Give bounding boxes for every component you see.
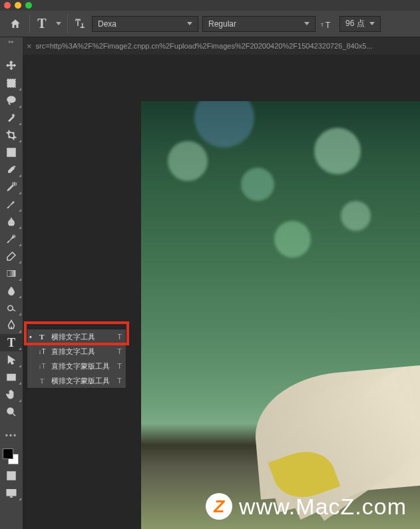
type-tool-icon[interactable]: T — [34, 16, 50, 32]
flyout-shortcut: T — [117, 333, 122, 341]
chevron-down-icon — [187, 22, 192, 25]
canvas-area — [23, 55, 420, 529]
vertical-type-icon: ↓T — [37, 348, 47, 355]
svg-rect-9 — [7, 375, 15, 381]
photo-content — [141, 101, 420, 529]
watermark-badge: Z — [206, 493, 232, 520]
chevron-down-icon — [304, 22, 310, 25]
quick-mask-button[interactable] — [0, 467, 23, 484]
window-titlebar — [0, 0, 420, 11]
maximize-window-button[interactable] — [25, 2, 32, 9]
svg-text:T: T — [325, 20, 331, 29]
chevron-down-icon — [369, 22, 375, 25]
flyout-shortcut: T — [117, 362, 122, 370]
svg-point-8 — [8, 305, 13, 311]
type-tool[interactable]: T — [0, 334, 23, 351]
watermark: Z www.MacZ.com — [206, 493, 407, 520]
flyout-label: 横排文字工具 — [51, 332, 113, 342]
flyout-label: 直排文字工具 — [51, 347, 113, 357]
screen-mode-button[interactable] — [0, 484, 23, 502]
flyout-shortcut: T — [117, 377, 122, 385]
type-tool-flyout: T 横排文字工具 T ↓T 直排文字工具 T ↓T 直排文字蒙版工具 T T 横… — [27, 329, 126, 389]
document-canvas[interactable] — [141, 101, 420, 529]
foreground-color-swatch[interactable] — [3, 448, 13, 459]
svg-text:T: T — [321, 23, 323, 27]
vertical-type-tool-item[interactable]: ↓T 直排文字工具 T — [27, 344, 126, 359]
edit-toolbar-button[interactable]: ••• — [0, 427, 23, 444]
font-style-value: Regular — [208, 19, 236, 29]
font-style-select[interactable]: Regular — [202, 16, 315, 32]
tools-panel: ▸▸ — [0, 37, 23, 529]
history-brush-tool[interactable] — [0, 230, 23, 248]
svg-point-10 — [7, 408, 13, 414]
eyedropper-tool[interactable] — [0, 161, 23, 178]
options-bar: T Dexa Regular TT 96 点 — [0, 11, 420, 37]
svg-rect-2 — [7, 79, 15, 87]
text-orientation-button[interactable] — [72, 16, 88, 32]
font-size-icon: TT — [319, 16, 335, 32]
frame-tool[interactable] — [0, 144, 23, 161]
brush-tool[interactable] — [0, 196, 23, 213]
zoom-tool[interactable] — [0, 403, 23, 421]
flyout-shortcut: T — [117, 347, 122, 355]
divider — [67, 15, 68, 33]
blur-tool[interactable] — [0, 282, 23, 299]
marquee-tool[interactable] — [0, 75, 23, 92]
close-tab-icon[interactable]: × — [27, 41, 32, 51]
font-family-value: Dexa — [98, 19, 116, 29]
panel-handle-icon[interactable]: ▸▸ — [9, 39, 14, 45]
close-window-button[interactable] — [4, 2, 11, 9]
vertical-type-mask-icon: ↓T — [37, 363, 47, 370]
tab-title: src=http%3A%2F%2Fimage2.cnpp.cn%2Fupload… — [36, 42, 373, 50]
clone-stamp-tool[interactable] — [0, 213, 23, 230]
svg-rect-13 — [7, 490, 16, 496]
flyout-label: 直排文字蒙版工具 — [51, 361, 113, 371]
svg-point-3 — [7, 96, 15, 102]
font-family-select[interactable]: Dexa — [92, 16, 198, 32]
divider — [29, 15, 30, 33]
document-tab-bar: × src=http%3A%2F%2Fimage2.cnpp.cn%2Fuplo… — [0, 37, 420, 55]
dodge-tool[interactable] — [0, 299, 23, 317]
hand-tool[interactable] — [0, 386, 23, 403]
path-selection-tool[interactable] — [0, 351, 23, 369]
font-size-value: 96 点 — [345, 18, 365, 29]
lasso-tool[interactable] — [0, 92, 23, 109]
move-tool[interactable] — [0, 57, 23, 75]
eraser-tool[interactable] — [0, 248, 23, 265]
gradient-tool[interactable] — [0, 265, 23, 282]
svg-rect-7 — [7, 271, 15, 277]
horizontal-type-mask-icon: T — [37, 377, 47, 385]
document-tab[interactable]: × src=http%3A%2F%2Fimage2.cnpp.cn%2Fuplo… — [27, 41, 373, 51]
font-size-select[interactable]: 96 点 — [339, 16, 381, 32]
tool-preset-dropdown[interactable] — [54, 22, 63, 25]
rectangle-tool[interactable] — [0, 369, 23, 386]
horizontal-type-mask-tool-item[interactable]: T 横排文字蒙版工具 T — [27, 373, 126, 388]
healing-brush-tool[interactable] — [0, 178, 23, 196]
flyout-label: 横排文字蒙版工具 — [51, 376, 113, 386]
watermark-text: www.MacZ.com — [239, 494, 407, 520]
crop-tool[interactable] — [0, 126, 23, 144]
color-swatches[interactable] — [0, 447, 23, 467]
horizontal-type-icon: T — [37, 333, 47, 341]
pen-tool[interactable] — [0, 317, 23, 334]
home-button[interactable] — [5, 15, 25, 33]
svg-point-12 — [9, 474, 13, 478]
horizontal-type-tool-item[interactable]: T 横排文字工具 T — [27, 329, 126, 344]
vertical-type-mask-tool-item[interactable]: ↓T 直排文字蒙版工具 T — [27, 359, 126, 373]
minimize-window-button[interactable] — [15, 2, 21, 9]
magic-wand-tool[interactable] — [0, 109, 23, 126]
